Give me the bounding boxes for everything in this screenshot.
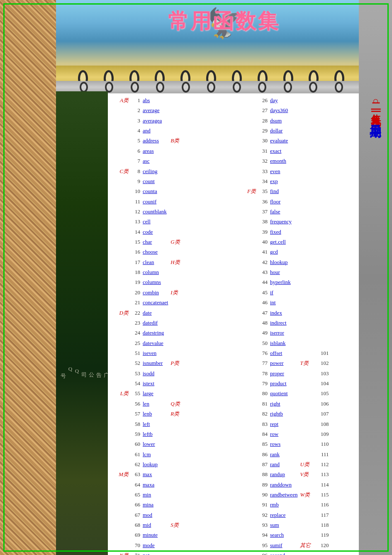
function-link[interactable]: countblank	[143, 208, 167, 215]
function-link[interactable]: rows	[270, 441, 280, 447]
function-link[interactable]: datedif	[143, 320, 158, 326]
list-item: 5addressB类	[114, 136, 185, 146]
function-link[interactable]: indirect	[270, 320, 287, 326]
function-link[interactable]: mina	[143, 501, 153, 508]
function-link[interactable]: rand	[270, 461, 280, 467]
function-link[interactable]: even	[270, 168, 280, 174]
function-link[interactable]: gcd	[270, 249, 278, 255]
function-link[interactable]: isblank	[270, 340, 286, 346]
function-link[interactable]: randup	[270, 471, 285, 477]
function-link[interactable]: power	[270, 360, 284, 366]
list-item: 81right106	[243, 399, 330, 409]
function-link[interactable]: datestring	[143, 330, 164, 336]
function-link[interactable]: exp	[270, 178, 278, 184]
function-link[interactable]: second	[270, 552, 285, 555]
function-link[interactable]: average	[143, 107, 159, 113]
function-link[interactable]: minute	[143, 532, 158, 538]
function-link[interactable]: date	[143, 310, 152, 316]
function-link[interactable]: lenb	[143, 411, 152, 417]
function-link[interactable]: randbetween	[270, 491, 297, 498]
function-link[interactable]: search	[270, 532, 284, 538]
function-link[interactable]: averagea	[143, 117, 162, 124]
function-link[interactable]: rank	[270, 451, 280, 457]
function-link[interactable]: len	[143, 401, 149, 407]
function-link[interactable]: large	[143, 390, 153, 396]
function-link[interactable]: choose	[143, 249, 158, 255]
function-link[interactable]: leftb	[143, 431, 153, 437]
function-link[interactable]: quotient	[270, 390, 288, 396]
function-link[interactable]: hlookup	[270, 259, 288, 265]
function-link[interactable]: cell	[143, 218, 151, 225]
function-link[interactable]: dollar	[270, 127, 282, 134]
function-link[interactable]: emonth	[270, 158, 286, 164]
function-link[interactable]: index	[270, 310, 282, 316]
function-link[interactable]: hyperlink	[270, 279, 291, 285]
function-link[interactable]: day	[270, 97, 278, 103]
function-link[interactable]: hour	[270, 269, 280, 275]
list-item: 36floor	[243, 197, 330, 207]
function-link[interactable]: frequency	[270, 218, 292, 225]
function-link[interactable]: counta	[143, 188, 157, 194]
function-link[interactable]: product	[270, 380, 287, 386]
function-link[interactable]: rightb	[270, 411, 283, 417]
function-link[interactable]: iseven	[143, 350, 156, 356]
list-item: 84row109	[243, 429, 330, 439]
function-link[interactable]: find	[270, 188, 279, 194]
function-link[interactable]: lookup	[143, 461, 158, 467]
function-link[interactable]: rmb	[270, 501, 279, 508]
function-link[interactable]: exact	[270, 148, 281, 154]
function-link[interactable]: fixed	[270, 229, 281, 235]
function-link[interactable]: dsum	[270, 117, 282, 124]
function-link[interactable]: counif	[143, 198, 156, 205]
function-link[interactable]: sumif	[270, 542, 282, 548]
function-link[interactable]: row	[270, 431, 278, 437]
function-link[interactable]: offset	[270, 350, 282, 356]
function-link[interactable]: iserror	[270, 330, 284, 336]
function-link[interactable]: min	[143, 491, 151, 498]
function-link[interactable]: mod	[143, 512, 152, 518]
function-link[interactable]: count	[143, 178, 155, 184]
function-link[interactable]: randdown	[270, 482, 292, 488]
function-link[interactable]: columns	[143, 279, 161, 285]
function-link[interactable]: int	[270, 299, 276, 306]
function-link[interactable]: floor	[270, 198, 280, 205]
function-link[interactable]: sum	[270, 522, 279, 528]
function-link[interactable]: not	[143, 552, 150, 555]
function-link[interactable]: proper	[270, 370, 284, 377]
function-link[interactable]: code	[143, 229, 153, 235]
function-link[interactable]: rept	[270, 421, 278, 427]
function-link[interactable]: datevalue	[143, 340, 163, 346]
function-link[interactable]: abs	[143, 97, 150, 103]
function-link[interactable]: address	[143, 137, 159, 144]
function-link[interactable]: if	[270, 289, 273, 296]
function-link[interactable]: maxa	[143, 482, 154, 488]
list-item: 2average	[114, 105, 185, 115]
list-item: 66mina	[114, 500, 185, 510]
function-link[interactable]: column	[143, 269, 159, 275]
function-link[interactable]: replace	[270, 512, 286, 518]
function-link[interactable]: and	[143, 127, 151, 134]
list-item: 41gcd	[243, 247, 330, 257]
function-link[interactable]: isodd	[143, 370, 154, 377]
function-link[interactable]: max	[143, 471, 152, 477]
function-link[interactable]: get.cell	[270, 239, 286, 245]
function-link[interactable]: mid	[143, 522, 151, 528]
function-link[interactable]: lcm	[143, 451, 151, 457]
function-link[interactable]: char	[143, 239, 152, 245]
function-link[interactable]: asc	[143, 158, 150, 164]
function-link[interactable]: right	[270, 401, 280, 407]
function-link[interactable]: mode	[143, 542, 155, 548]
function-link[interactable]: false	[270, 208, 280, 215]
function-link[interactable]: istext	[143, 380, 154, 386]
function-link[interactable]: concatenaet	[143, 299, 168, 306]
function-link[interactable]: combin	[143, 289, 159, 296]
function-link[interactable]: ceiling	[143, 168, 157, 174]
function-link[interactable]: clean	[143, 259, 154, 265]
function-link[interactable]: lower	[143, 441, 155, 447]
function-link[interactable]: evaluate	[270, 137, 288, 144]
function-link[interactable]: areas	[143, 148, 154, 154]
function-link[interactable]: left	[143, 421, 150, 427]
function-link[interactable]: days360	[270, 107, 288, 113]
function-link[interactable]: isnumber	[143, 360, 163, 366]
list-item: 85rows110	[243, 439, 330, 449]
